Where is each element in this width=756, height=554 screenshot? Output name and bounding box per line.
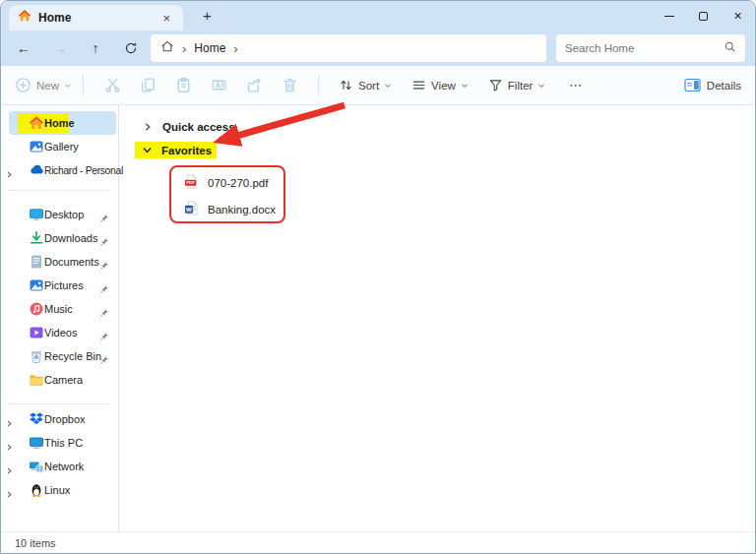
sidebar-item-videos[interactable]: Videos bbox=[9, 321, 116, 344]
group-favorites-highlighted[interactable]: Favorites bbox=[135, 142, 217, 158]
file-name: 070-270.pdf bbox=[208, 177, 268, 189]
back-button[interactable]: ← bbox=[13, 38, 34, 58]
sidebar-item-this-pc[interactable]: This PC bbox=[9, 431, 116, 455]
breadcrumb-item-home[interactable]: Home bbox=[194, 41, 225, 55]
up-button[interactable]: ↑ bbox=[85, 38, 106, 58]
sidebar-item-label: Videos bbox=[44, 327, 77, 339]
sort-label: Sort bbox=[358, 80, 379, 92]
view-lines-icon bbox=[411, 78, 426, 92]
refresh-button[interactable] bbox=[120, 38, 142, 58]
sidebar-item-gallery[interactable]: Gallery bbox=[9, 135, 116, 158]
new-button[interactable]: New bbox=[15, 77, 72, 93]
titlebar: Home × + × bbox=[1, 1, 755, 31]
sidebar-item-linux[interactable]: Linux bbox=[9, 478, 116, 502]
sidebar-item-recycle-bin[interactable]: Recycle Bin bbox=[9, 344, 116, 368]
minimize-button[interactable] bbox=[652, 1, 686, 31]
sidebar-item-documents[interactable]: Documents bbox=[9, 250, 116, 274]
sidebar-item-label: Desktop bbox=[44, 209, 84, 220]
paste-button[interactable] bbox=[165, 72, 201, 99]
rename-button[interactable] bbox=[201, 72, 236, 99]
sidebar-item-pictures[interactable]: Pictures bbox=[9, 274, 116, 297]
file-name: Banking.docx bbox=[208, 204, 276, 215]
network-icon bbox=[29, 459, 44, 478]
new-label: New bbox=[36, 80, 59, 92]
sidebar-item-home[interactable]: Home bbox=[9, 111, 116, 135]
recycle-bin-icon bbox=[29, 348, 44, 368]
sidebar-item-label: This PC bbox=[44, 437, 83, 449]
cut-button[interactable] bbox=[94, 72, 130, 99]
linux-penguin-icon bbox=[29, 482, 44, 502]
navigation-bar: ← → ↑ › Home › bbox=[1, 31, 755, 66]
refresh-icon bbox=[124, 41, 138, 55]
sidebar-item-camera[interactable]: Camera bbox=[9, 368, 116, 392]
close-button[interactable]: × bbox=[721, 1, 755, 31]
copy-button[interactable] bbox=[130, 72, 165, 99]
search-box bbox=[556, 34, 745, 62]
music-icon bbox=[29, 301, 44, 321]
item-count: 10 items bbox=[15, 537, 56, 549]
navigation-pane: Home Gallery Richard - Personal bbox=[1, 105, 119, 531]
chevron-right-icon[interactable] bbox=[5, 414, 14, 432]
search-input[interactable] bbox=[565, 42, 724, 54]
breadcrumb-home-icon[interactable] bbox=[160, 39, 174, 57]
maximize-button[interactable] bbox=[686, 1, 721, 31]
command-toolbar: New Sort View bbox=[1, 66, 755, 105]
chevron-right-icon[interactable] bbox=[5, 462, 14, 479]
sidebar-divider bbox=[9, 190, 110, 191]
toolbar-divider bbox=[83, 75, 84, 96]
chevron-right-icon[interactable] bbox=[5, 438, 14, 456]
share-icon bbox=[246, 77, 263, 93]
this-pc-icon bbox=[29, 435, 44, 455]
sidebar-item-label: Documents bbox=[44, 256, 99, 268]
view-label: View bbox=[431, 80, 456, 92]
trash-icon bbox=[282, 77, 298, 93]
file-row-pdf[interactable]: PDF 070-270.pdf bbox=[184, 172, 268, 194]
paste-icon bbox=[175, 77, 192, 93]
view-button[interactable]: View bbox=[411, 78, 469, 92]
delete-button[interactable] bbox=[272, 72, 307, 99]
new-tab-button[interactable]: + bbox=[197, 6, 218, 25]
pin-icon bbox=[99, 257, 109, 275]
sidebar-item-music[interactable]: Music bbox=[9, 297, 116, 321]
breadcrumb-separator[interactable]: › bbox=[233, 41, 237, 56]
details-label: Details bbox=[707, 80, 741, 92]
sidebar-item-label: Recycle Bin bbox=[44, 350, 101, 362]
filter-button[interactable]: Filter bbox=[488, 78, 546, 92]
address-bar[interactable]: › Home › bbox=[151, 34, 546, 62]
desktop-icon bbox=[29, 207, 44, 226]
folder-icon bbox=[29, 372, 44, 392]
group-quick-access[interactable]: Quick access bbox=[143, 115, 235, 139]
chevron-down-icon bbox=[384, 82, 392, 90]
sidebar-item-network[interactable]: Network bbox=[9, 455, 116, 478]
tab-home[interactable]: Home × bbox=[9, 5, 183, 31]
details-pane-button[interactable]: Details bbox=[684, 78, 741, 92]
minimize-icon bbox=[664, 16, 674, 17]
dropbox-icon bbox=[29, 411, 44, 431]
sidebar-item-desktop[interactable]: Desktop bbox=[9, 203, 116, 226]
sidebar-item-label: Downloads bbox=[44, 232, 97, 244]
search-icon[interactable] bbox=[724, 39, 736, 57]
plus-circle-icon bbox=[15, 77, 32, 93]
toolbar-divider bbox=[318, 75, 319, 96]
forward-button[interactable]: → bbox=[49, 38, 71, 58]
sidebar-item-label: Gallery bbox=[44, 141, 79, 153]
sidebar-item-label: Linux bbox=[44, 484, 70, 496]
chevron-right-icon[interactable] bbox=[5, 165, 14, 183]
sidebar-item-onedrive[interactable]: Richard - Personal bbox=[9, 158, 116, 182]
svg-text:W: W bbox=[186, 206, 192, 212]
sidebar-item-dropbox[interactable]: Dropbox bbox=[9, 407, 116, 431]
sort-button[interactable]: Sort bbox=[339, 78, 392, 92]
pin-icon bbox=[99, 328, 109, 345]
gallery-icon bbox=[29, 139, 44, 158]
sidebar-item-downloads[interactable]: Downloads bbox=[9, 226, 116, 250]
chevron-right-icon[interactable] bbox=[5, 485, 14, 503]
tab-close-icon[interactable]: × bbox=[158, 11, 174, 26]
documents-icon bbox=[29, 254, 44, 274]
file-row-docx[interactable]: W Banking.docx bbox=[184, 199, 276, 220]
home-icon bbox=[29, 115, 44, 135]
content-area: Quick access Favorites PDF 070-270.pdf W… bbox=[119, 105, 755, 531]
more-options-button[interactable]: ⋯ bbox=[563, 78, 587, 92]
share-button[interactable] bbox=[236, 72, 272, 99]
rename-icon bbox=[211, 77, 227, 93]
pin-icon bbox=[99, 210, 109, 227]
